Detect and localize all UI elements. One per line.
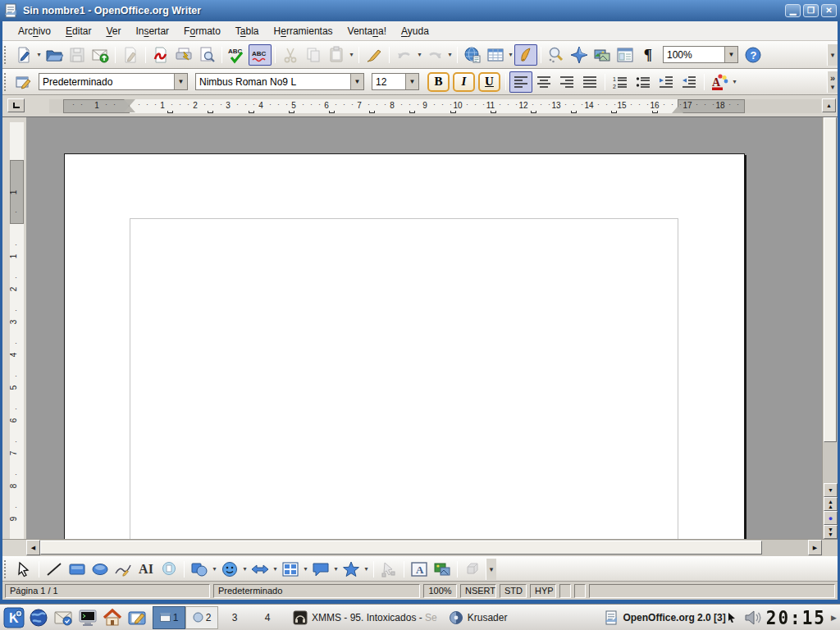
underline-button[interactable]: U [478,72,500,92]
font-size-combo[interactable]: 12 ▼ [372,73,419,90]
horizontal-scrollbar-track[interactable] [40,540,808,556]
scroll-right-button[interactable]: ▶ [808,540,822,555]
scroll-up-button[interactable]: ▲ [822,98,836,112]
close-button[interactable]: ✕ [821,4,837,17]
stars-button[interactable] [340,559,363,580]
stars-dropdown-arrow-icon[interactable]: ▾ [363,565,370,573]
size-dropdown-arrow-icon[interactable]: ▼ [405,74,418,89]
vertical-ruler[interactable]: 1 12345678910··········· [10,122,24,539]
open-button[interactable] [43,44,66,66]
zoom-value[interactable]: 100% [664,49,724,61]
data-sources-button[interactable] [614,44,637,66]
format-paintbrush-button[interactable] [363,44,386,66]
basic-shapes-button[interactable] [188,559,211,580]
block-arrows-button[interactable] [249,559,272,580]
previous-page-button[interactable]: ▲▲ [824,497,838,511]
navigation-button[interactable]: ● [824,511,838,525]
font-color-button[interactable]: A [708,71,731,93]
zoom-combo[interactable]: 100% ▼ [663,46,738,63]
status-insert-mode[interactable]: NSERT [460,584,496,598]
titlebar[interactable]: Sin nombre1 - OpenOffice.org Writer ▁ ❐ … [0,0,840,21]
menu-formato[interactable]: Formato [176,23,228,39]
notes-button[interactable] [125,605,149,630]
font-dropdown-arrow-icon[interactable]: ▼ [350,74,363,89]
document-page[interactable] [64,153,745,539]
show-draw-functions-toggle[interactable] [514,44,537,66]
fontwork-button[interactable]: A [408,559,431,580]
menu-insertar[interactable]: Insertar [128,23,176,39]
toolbar-grip[interactable] [4,46,10,64]
task-openoffice[interactable]: OpenOffice.org 2.0 [3] [598,606,741,629]
tab-stop-type-button[interactable] [7,98,25,112]
status-zoom[interactable]: 100% [423,584,457,598]
desktop-3[interactable]: 3 [218,606,251,629]
print-button[interactable] [172,44,195,66]
paragraph-style-value[interactable]: Predeterminado [39,76,174,88]
new-document-button[interactable] [12,44,35,66]
horizontal-scrollbar-thumb[interactable] [40,541,762,555]
increase-indent-button[interactable] [678,71,701,93]
style-dropdown-arrow-icon[interactable]: ▼ [174,74,187,89]
freeform-line-button[interactable] [112,559,135,580]
ellipse-button[interactable] [89,559,112,580]
insert-table-button[interactable] [484,44,507,66]
status-selection-mode[interactable]: STD [500,584,527,598]
task-krusader[interactable]: Krusader [443,606,514,629]
basic-shapes-dropdown-arrow-icon[interactable]: ▾ [211,565,218,573]
select-button[interactable] [12,559,35,580]
workspace[interactable] [26,117,822,539]
terminal-button[interactable] [75,605,100,630]
navigator-button[interactable] [568,44,591,66]
callouts-dropdown-arrow-icon[interactable]: ▾ [332,565,340,573]
panel-clock[interactable]: 20:15 [766,607,826,628]
vertical-scrollbar-thumb[interactable] [824,117,837,442]
home-button[interactable] [100,605,125,630]
hyperlink-button[interactable] [461,44,484,66]
gallery-button[interactable] [591,44,614,66]
zoom-dropdown-arrow-icon[interactable]: ▼ [724,47,737,62]
desktop-4[interactable]: 4 [251,606,284,629]
align-center-button[interactable] [532,71,555,93]
scroll-down-button[interactable]: ▼ [824,483,838,497]
italic-button[interactable]: I [453,72,475,92]
desktop-2[interactable]: 2 [185,606,218,629]
export-pdf-button[interactable] [149,44,172,66]
new-dropdown-arrow-icon[interactable]: ▾ [35,51,43,58]
callouts-button[interactable] [309,559,332,580]
autospellcheck-toggle[interactable]: ABC [249,44,272,66]
menu-ayuda[interactable]: Ayuda [394,23,436,39]
styles-button[interactable] [12,71,35,93]
font-color-dropdown-arrow-icon[interactable]: ▾ [731,78,738,85]
decrease-indent-button[interactable] [655,71,678,93]
restore-button[interactable]: ❐ [803,4,819,17]
scroll-left-button[interactable]: ◀ [26,540,40,555]
toolbar-options-button[interactable]: ▾ [486,559,496,580]
next-page-button[interactable]: ▼▼ [824,525,838,539]
insert-from-file-button[interactable] [431,559,454,580]
page-preview-button[interactable] [195,44,218,66]
horizontal-ruler[interactable]: 1 123456789101112131415161718···········… [49,99,821,113]
status-hyperlink-mode[interactable]: HYP [530,584,556,598]
mail-button[interactable] [51,605,75,630]
numbered-list-button[interactable]: 12 [609,71,632,93]
paragraph-style-combo[interactable]: Predeterminado ▼ [39,73,188,90]
menu-herramientas[interactable]: Herramientas [267,23,340,39]
align-left-button[interactable] [509,71,532,93]
task-xmms[interactable]: XMMS - 95. Intoxicados - Se [287,606,443,629]
bold-button[interactable]: B [427,72,450,92]
volume-button[interactable] [742,605,763,630]
flowchart-button[interactable] [279,559,302,580]
horizontal-scrollbar[interactable]: ◀ ▶ [2,539,838,556]
block-arrows-dropdown-arrow-icon[interactable]: ▾ [272,565,279,573]
status-page[interactable]: Página 1 / 1 [5,584,210,598]
web-browser-button[interactable] [26,605,51,630]
callout-bubble-button[interactable] [158,559,180,580]
menu-archivo[interactable]: Archivo [11,23,58,39]
symbol-shapes-dropdown-arrow-icon[interactable]: ▾ [241,565,249,573]
bullet-list-button[interactable] [632,71,655,93]
font-name-value[interactable]: Nimbus Roman No9 L [196,76,350,88]
toolbar-overflow-button[interactable]: » ▾ [827,71,838,93]
status-page-style[interactable]: Predeterminado [213,584,420,598]
help-button[interactable]: ? [742,44,765,66]
k-menu-button[interactable]: K [2,605,26,630]
